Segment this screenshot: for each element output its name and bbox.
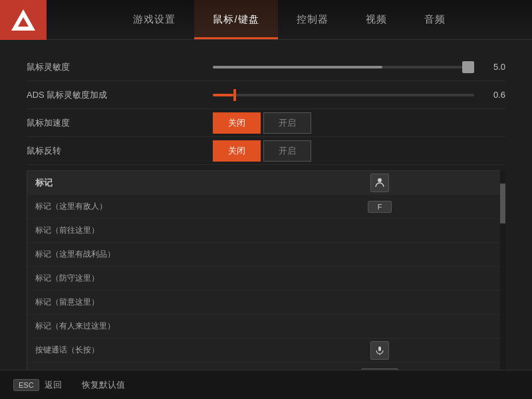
keybind-label-enemy: 标记（这里有敌人）	[33, 201, 340, 212]
keybind-scrollbar[interactable]	[500, 170, 505, 399]
keybind-label-someone: 标记（有人来过这里）	[33, 321, 340, 332]
ads-slider-thumb[interactable]	[233, 89, 236, 101]
mouse-invert-row: 鼠标反转 关闭 开启	[27, 137, 505, 165]
keybind-label-loot: 标记（这里有战利品）	[33, 249, 340, 260]
keybind-section: 标记 标记（这里有敌人）	[27, 170, 505, 399]
back-label: 返回	[45, 379, 62, 391]
tab-controller[interactable]: 控制器	[278, 0, 347, 39]
mouse-invert-label: 鼠标反转	[27, 145, 213, 157]
mouse-accel-label: 鼠标加速度	[27, 117, 213, 129]
keybind-table: 标记 标记（这里有敌人）	[27, 171, 505, 399]
esc-badge: ESC	[13, 379, 39, 391]
ads-sensitivity-label: ADS 鼠标灵敏度加成	[27, 89, 213, 101]
ads-sensitivity-control: 0.6	[213, 90, 505, 100]
keybind-header-row: 标记	[27, 171, 505, 195]
slider-value: 5.0	[482, 62, 505, 72]
ads-sensitivity-row: ADS 鼠标灵敏度加成 0.6	[27, 81, 505, 109]
bottom-bar: ESC 返回 恢复默认值	[0, 370, 532, 399]
mouse-accel-off[interactable]: 关闭	[213, 112, 261, 134]
keybind-row-voice[interactable]: 按键通话（长按）	[27, 338, 505, 362]
main-content: 鼠标灵敏度 5.0 ADS 鼠标灵敏度加成	[0, 40, 532, 399]
ads-slider-track	[213, 94, 474, 96]
mouse-invert-off[interactable]: 关闭	[213, 140, 261, 162]
mouse-invert-on[interactable]: 开启	[263, 140, 311, 162]
keybind-section-label: 标记	[33, 177, 340, 189]
mouse-sensitivity-row: 鼠标灵敏度 5.0	[27, 53, 505, 81]
mouse-accel-control: 关闭 开启	[213, 112, 505, 134]
svg-rect-1	[378, 346, 381, 351]
nav-tabs: 游戏设置 鼠标/键盘 控制器 视频 音频	[47, 0, 532, 39]
keybind-row-someone[interactable]: 标记（有人来过这里）	[27, 315, 505, 338]
key1-voice	[340, 341, 420, 360]
mouse-accel-on[interactable]: 开启	[263, 112, 311, 134]
mouse-settings-section: 鼠标灵敏度 5.0 ADS 鼠标灵敏度加成	[27, 53, 505, 165]
person-icon	[370, 174, 389, 192]
tab-game-settings[interactable]: 游戏设置	[114, 0, 194, 39]
keybind-wrapper: 标记 标记（这里有敌人）	[27, 170, 505, 399]
mouse-sensitivity-control: 5.0	[213, 62, 505, 72]
reset-button[interactable]: 恢复默认值	[82, 379, 125, 391]
keybind-label-defend: 标记（防守这里）	[33, 273, 340, 284]
logo-area	[0, 0, 47, 40]
mouse-sensitivity-label: 鼠标灵敏度	[27, 61, 213, 73]
keybind-row-enemy[interactable]: 标记（这里有敌人） F	[27, 195, 505, 219]
mouse-accel-row: 鼠标加速度 关闭 开启	[27, 109, 505, 137]
apex-logo	[11, 9, 35, 31]
tab-audio[interactable]: 音频	[406, 0, 464, 39]
keybind-row-watch[interactable]: 标记（留意这里）	[27, 291, 505, 315]
mic-icon	[370, 341, 389, 360]
keybind-label-voice: 按键通话（长按）	[33, 344, 340, 356]
tab-video[interactable]: 视频	[347, 0, 406, 39]
keybind-row-loot[interactable]: 标记（这里有战利品）	[27, 243, 505, 267]
keybind-scrollbar-thumb[interactable]	[500, 184, 505, 223]
slider-track	[213, 66, 474, 68]
mouse-sensitivity-slider[interactable]: 5.0	[213, 62, 505, 72]
keybind-label-watch: 标记（留意这里）	[33, 297, 340, 308]
mouse-invert-control: 关闭 开启	[213, 140, 505, 162]
slider-thumb[interactable]	[462, 61, 474, 73]
keybind-row-defend[interactable]: 标记（防守这里）	[27, 267, 505, 291]
keybind-row-goto[interactable]: 标记（前往这里）	[27, 219, 505, 243]
ads-sensitivity-slider[interactable]: 0.6	[213, 90, 505, 100]
tab-mouse-keyboard[interactable]: 鼠标/键盘	[194, 0, 277, 39]
key1-enemy: F	[340, 201, 420, 213]
svg-point-0	[378, 178, 382, 182]
ads-slider-value: 0.6	[482, 90, 505, 100]
mouse-invert-toggle: 关闭 开启	[213, 140, 311, 162]
top-nav: 游戏设置 鼠标/键盘 控制器 视频 音频	[0, 0, 532, 40]
key-badge-f: F	[368, 201, 392, 213]
back-button[interactable]: ESC 返回	[13, 379, 62, 391]
keybind-label-goto: 标记（前往这里）	[33, 225, 340, 236]
ads-slider-fill	[213, 94, 233, 96]
slider-fill	[213, 66, 382, 68]
reset-label: 恢复默认值	[82, 379, 125, 391]
mouse-accel-toggle: 关闭 开启	[213, 112, 311, 134]
key1-header	[340, 174, 420, 192]
